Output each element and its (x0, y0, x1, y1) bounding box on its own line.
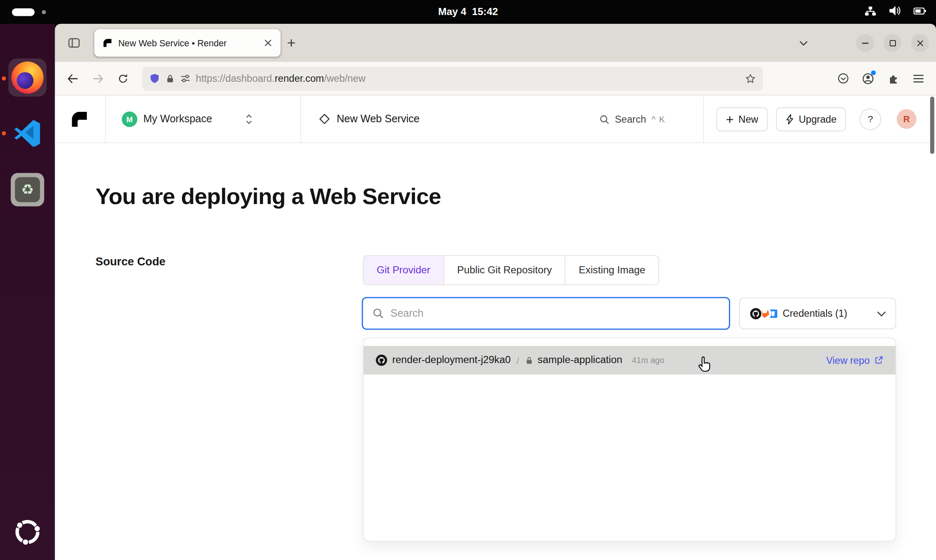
system-bar: May 4 15:42 (0, 0, 936, 24)
repo-owner: render-deployment-j29ka0 (392, 354, 511, 366)
close-window-button[interactable] (911, 34, 929, 52)
system-tray[interactable] (865, 0, 927, 24)
firefox-icon (11, 61, 43, 93)
tab-existing-image[interactable]: Existing Image (565, 256, 658, 285)
render-favicon (103, 38, 112, 48)
back-button[interactable] (62, 68, 83, 89)
account-button[interactable] (857, 68, 878, 89)
private-lock-icon (525, 356, 533, 365)
hamburger-icon (913, 74, 923, 83)
repo-search[interactable] (362, 297, 730, 330)
menu-button[interactable] (908, 68, 929, 89)
page-heading: You are deploying a Web Service (96, 184, 441, 209)
user-avatar[interactable]: R (897, 109, 916, 129)
permissions-icon (180, 73, 190, 83)
extensions-button[interactable] (882, 68, 903, 89)
bookmark-star-icon[interactable] (745, 73, 756, 84)
help-button[interactable]: ? (860, 108, 881, 130)
browser-tab[interactable]: New Web Service • Render (94, 29, 281, 57)
battery-icon[interactable] (913, 6, 926, 18)
close-icon (264, 39, 271, 46)
chevron-up-down-icon (245, 113, 253, 126)
account-notification-dot (871, 70, 875, 75)
credential-provider-icons (749, 306, 777, 320)
repo-row[interactable]: render-deployment-j29ka0 / sample-applic… (364, 346, 896, 375)
dock: ♻ (0, 24, 55, 560)
new-button[interactable]: New (716, 107, 768, 131)
reload-button[interactable] (112, 68, 134, 89)
source-tabs: Git Provider Public Git Repository Exist… (363, 255, 659, 285)
firefox-window: New Web Service • Render (55, 24, 936, 560)
dock-item-ubuntu[interactable] (8, 513, 47, 551)
chevron-down-icon (877, 308, 886, 319)
dock-item-firefox[interactable] (8, 58, 47, 96)
tab-git-provider[interactable]: Git Provider (364, 256, 443, 285)
repo-search-input[interactable] (390, 307, 719, 320)
restore-icon (889, 40, 896, 46)
upgrade-button[interactable]: Upgrade (776, 107, 846, 131)
network-icon[interactable] (865, 6, 877, 18)
github-icon (749, 307, 762, 320)
new-tab-button[interactable] (281, 32, 302, 53)
tab-strip: New Web Service • Render (55, 24, 936, 62)
tab-public-git-repository[interactable]: Public Git Repository (443, 256, 565, 285)
list-tabs-button[interactable] (793, 32, 814, 53)
minimize-icon (862, 42, 868, 44)
header-divider (105, 96, 106, 143)
repo-separator: / (516, 355, 521, 365)
plus-icon (287, 39, 296, 47)
repo-results-panel: render-deployment-j29ka0 / sample-applic… (363, 338, 896, 542)
puzzle-icon (888, 73, 899, 84)
upgrade-button-label: Upgrade (799, 114, 837, 125)
tab-title: New Web Service • Render (118, 38, 254, 48)
workspace-selector[interactable]: My Workspace (143, 113, 212, 125)
search-label: Search (615, 114, 646, 125)
repo-updated-time: 41m ago (632, 356, 664, 365)
workspace-avatar: M (122, 111, 137, 127)
volume-icon[interactable] (888, 5, 901, 18)
vscode-running-dot (2, 131, 6, 135)
dock-item-trash[interactable]: ♻ (8, 171, 47, 209)
navigation-toolbar: https://dashboard.render.com/web/new (55, 62, 936, 96)
source-code-label: Source Code (96, 255, 166, 268)
restore-button[interactable] (883, 34, 901, 52)
tab-close-button[interactable] (260, 35, 276, 50)
firefox-view-icon (68, 37, 80, 49)
app-header: M My Workspace New Web Service Search ^ … (55, 96, 936, 143)
close-icon (917, 40, 923, 46)
credentials-dropdown[interactable]: Credentials (1) (739, 298, 896, 329)
view-repo-link[interactable]: View repo (826, 355, 883, 366)
mouse-cursor (697, 356, 713, 373)
workspace-chevrons[interactable] (245, 113, 253, 128)
reload-icon (118, 73, 129, 84)
forward-button[interactable] (87, 68, 109, 89)
forward-icon (93, 74, 104, 83)
breadcrumb-page-title: New Web Service (337, 113, 420, 125)
shield-icon (149, 73, 160, 85)
view-repo-label: View repo (826, 355, 870, 366)
global-search[interactable]: Search ^ K (600, 96, 665, 143)
ubuntu-logo-icon (14, 518, 41, 546)
pocket-button[interactable] (832, 68, 853, 89)
scrollbar-thumb[interactable] (930, 97, 934, 154)
pocket-icon (837, 73, 849, 84)
url-path: /web/new (324, 73, 366, 83)
url-prefix: https://dashboard. (196, 73, 275, 83)
url-domain: render.com (275, 73, 324, 83)
minimize-button[interactable] (856, 34, 874, 52)
url-bar[interactable]: https://dashboard.render.com/web/new (142, 66, 763, 90)
credentials-label: Credentials (1) (783, 308, 847, 319)
header-divider (703, 96, 704, 143)
render-logo[interactable] (71, 110, 89, 128)
firefox-view-button[interactable] (63, 32, 85, 53)
dock-item-vscode[interactable] (8, 114, 47, 151)
system-clock[interactable]: May 4 15:42 (0, 0, 936, 24)
new-button-label: New (739, 114, 758, 125)
page-content: M My Workspace New Web Service Search ^ … (55, 96, 936, 560)
url-text[interactable]: https://dashboard.render.com/web/new (196, 73, 740, 84)
lightning-icon (786, 114, 794, 125)
external-link-icon (874, 356, 883, 365)
search-icon (372, 308, 384, 319)
repo-name: sample-application (538, 354, 622, 366)
search-shortcut: ^ K (651, 114, 665, 124)
